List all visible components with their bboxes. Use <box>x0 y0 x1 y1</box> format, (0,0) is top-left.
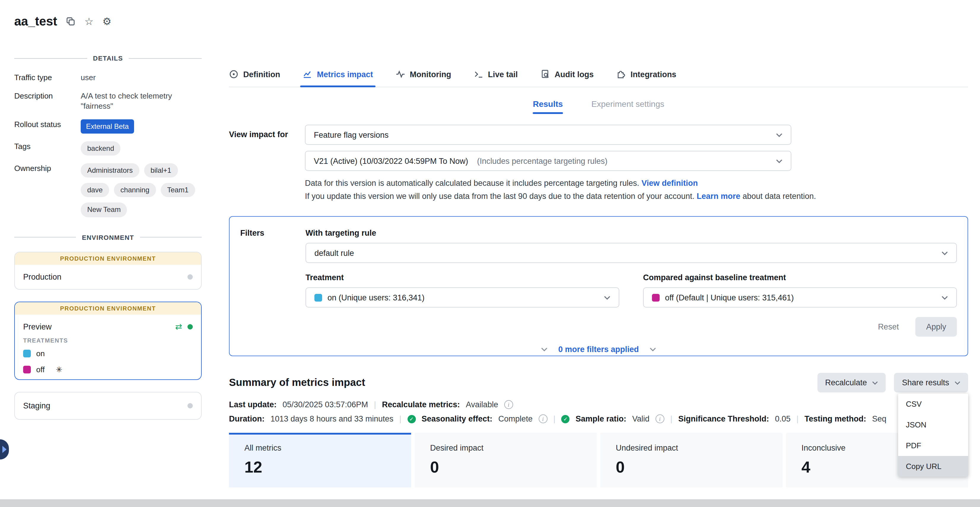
environment-card-production[interactable]: PRODUCTION ENVIRONMENT Production <box>14 252 202 289</box>
last-update-value: 05/30/2025 03:57:06PM <box>283 400 368 409</box>
info-icon[interactable] <box>655 415 664 423</box>
menu-item-json[interactable]: JSON <box>898 415 968 435</box>
owner-pill[interactable]: dave <box>81 183 109 197</box>
metric-card-undesired-impact[interactable]: Undesired impact 0 <box>600 433 783 488</box>
view-impact-label: View impact for <box>229 125 305 201</box>
treatment-on-label: on <box>36 349 45 358</box>
targeting-rule-select[interactable]: default rule <box>305 243 957 263</box>
definition-icon <box>229 69 239 79</box>
metric-card-label: Undesired impact <box>616 443 783 453</box>
divider <box>399 415 401 423</box>
treatment-row-on: on <box>15 347 201 363</box>
more-filters-link[interactable]: 0 more filters applied <box>558 345 639 354</box>
duration-label: Duration: <box>229 415 264 423</box>
divider <box>670 415 672 423</box>
recalculate-button-label: Recalculate <box>825 378 867 387</box>
tab-monitoring[interactable]: Monitoring <box>396 62 451 87</box>
learn-more-link[interactable]: Learn more <box>697 192 740 201</box>
chevron-down-icon <box>872 381 878 384</box>
menu-item-copy-url[interactable]: Copy URL <box>898 456 968 477</box>
tab-metrics-impact[interactable]: Metrics impact <box>303 62 373 87</box>
significance-threshold-label: Significance Threshold: <box>678 415 769 423</box>
apply-button[interactable]: Apply <box>915 317 957 336</box>
metrics-impact-icon <box>303 69 312 79</box>
chevron-down-icon <box>942 295 948 300</box>
snowflake-icon: ✳ <box>56 365 62 373</box>
owner-pill[interactable]: Team1 <box>161 183 195 197</box>
copy-icon[interactable] <box>66 17 76 26</box>
menu-item-csv[interactable]: CSV <box>898 394 968 415</box>
metric-card-all-metrics[interactable]: All metrics 12 <box>229 433 411 488</box>
metric-card-desired-impact[interactable]: Desired impact 0 <box>415 433 597 488</box>
environment-section-header: ENVIRONMENT <box>14 234 202 241</box>
check-circle-icon <box>407 415 415 423</box>
description-value: A/A test to check telemetry "fairness" <box>81 91 202 111</box>
more-filters-row: 0 more filters applied <box>229 345 967 354</box>
summary-title: Summary of metrics impact <box>229 376 818 389</box>
baseline-treatment-select[interactable]: off (Default | Unique users: 315,461) <box>643 287 957 308</box>
treatment-select[interactable]: on (Unique users: 316,341) <box>305 287 619 308</box>
status-line-2: Duration: 1013 days 8 hours and 33 minut… <box>229 415 968 423</box>
filters-panel: Filters With targeting rule default rule… <box>229 216 968 356</box>
environment-name: Staging <box>23 401 51 410</box>
subtab-experiment-settings[interactable]: Experiment settings <box>592 99 664 114</box>
data-retention-note-text: If you update this version we will only … <box>305 192 694 201</box>
owner-pill[interactable]: New Team <box>81 203 127 217</box>
divider <box>140 237 202 238</box>
version-select[interactable]: V21 (Active) (10/03/2022 04:59PM To Now)… <box>305 151 791 171</box>
treatment-label: Treatment <box>305 273 619 282</box>
reset-button[interactable]: Reset <box>878 322 899 331</box>
production-environment-banner: PRODUCTION ENVIRONMENT <box>15 252 201 265</box>
ownership-row: Ownership Administrators bilal+1 dave ch… <box>14 163 202 217</box>
share-results-button-label: Share results <box>902 378 949 387</box>
divider <box>14 58 87 59</box>
tab-label: Definition <box>243 70 280 79</box>
traffic-type-label: Traffic type <box>14 72 81 82</box>
traffic-type-row: Traffic type user <box>14 72 202 83</box>
gear-icon[interactable]: ⚙ <box>102 16 111 26</box>
view-definition-link[interactable]: View definition <box>641 179 698 188</box>
share-results-menu: CSV JSON PDF Copy URL <box>898 394 968 477</box>
page-title: aa_test <box>14 14 57 29</box>
ownership-label: Ownership <box>14 163 81 173</box>
tags-label: Tags <box>14 141 81 151</box>
owner-pill[interactable]: channing <box>114 183 156 197</box>
star-icon[interactable]: ☆ <box>84 16 94 26</box>
share-results-button[interactable]: Share results <box>894 373 968 392</box>
main-tabs: Definition Metrics impact Monitoring Liv… <box>229 62 968 87</box>
divider <box>374 400 376 409</box>
horizontal-scrollbar[interactable] <box>0 499 980 507</box>
audit-logs-icon <box>541 69 550 79</box>
info-icon[interactable] <box>504 400 513 409</box>
tab-definition[interactable]: Definition <box>229 62 280 87</box>
page-header: aa_test ☆ ⚙ <box>0 0 980 29</box>
environment-section-label: ENVIRONMENT <box>82 234 134 241</box>
owner-pill[interactable]: Administrators <box>81 163 139 177</box>
divider <box>129 58 202 59</box>
info-icon[interactable] <box>538 415 547 423</box>
tab-live-tail[interactable]: Live tail <box>474 62 518 87</box>
tab-label: Audit logs <box>555 70 594 79</box>
tab-integrations[interactable]: Integrations <box>616 62 676 87</box>
environment-card-preview[interactable]: PRODUCTION ENVIRONMENT Preview ⇄ TREATME… <box>14 301 202 379</box>
description-label: Description <box>14 91 81 100</box>
recalculate-button[interactable]: Recalculate <box>818 373 886 392</box>
version-type-select[interactable]: Feature flag versions <box>305 125 791 145</box>
tag-pill[interactable]: backend <box>81 141 121 156</box>
menu-item-pdf[interactable]: PDF <box>898 435 968 456</box>
owner-pill[interactable]: bilal+1 <box>144 163 178 177</box>
metric-card-value: 12 <box>244 458 411 477</box>
traffic-type-value: user <box>81 72 202 83</box>
tab-audit-logs[interactable]: Audit logs <box>541 62 594 87</box>
chevron-down-icon <box>955 381 961 384</box>
environment-name: Production <box>23 272 61 281</box>
rollout-status-badge: External Beta <box>81 119 134 133</box>
environment-card-staging[interactable]: Staging <box>14 392 202 419</box>
subtab-results[interactable]: Results <box>533 99 563 114</box>
description-row: Description A/A test to check telemetry … <box>14 91 202 111</box>
check-circle-icon <box>562 415 570 423</box>
data-retention-note: If you update this version we will only … <box>305 192 968 201</box>
sidebar-expand-handle[interactable] <box>0 439 9 459</box>
tab-label: Metrics impact <box>317 70 373 79</box>
metric-card-label: All metrics <box>244 443 411 453</box>
